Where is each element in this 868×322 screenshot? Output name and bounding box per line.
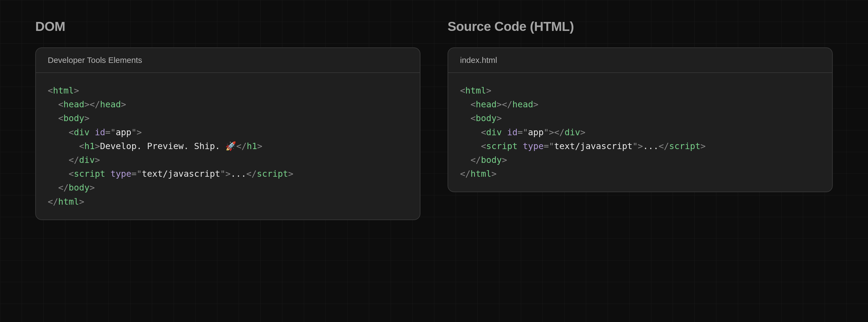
angle-close: > [502,155,507,165]
equals: = [105,127,111,137]
angle-close: > [701,141,706,151]
tag-head: head [476,99,497,109]
tag-div-close: div [79,155,95,165]
angle-open: < [69,169,74,179]
ellipsis: ... [643,141,659,151]
tag-script: script [486,141,518,151]
tag-h1: h1 [84,141,95,151]
angle-close: > [90,183,95,193]
angle-close: > [79,196,84,207]
tag-html-close: html [58,196,79,207]
attr-val-app: app [528,127,544,137]
source-column: Source Code (HTML) index.html <html> <he… [447,19,833,322]
angle-close: > [84,113,90,123]
main-content: DOM Developer Tools Elements <html> <hea… [0,0,868,322]
attr-id: id [507,127,518,137]
angle-open: </ [48,196,58,207]
angle-close: > [288,169,293,179]
angle-close: > [533,99,538,109]
angle-close: > [497,113,502,123]
tag-script-close: script [257,169,288,179]
attr-type: type [111,169,131,179]
angle-open: </ [460,169,471,179]
tag-div: div [74,127,90,137]
tag-html: html [465,85,486,96]
dom-code-block: <html> <head></head> <body> <div id="app… [36,73,420,220]
angle-open: </ [502,99,513,109]
source-code-block: <html> <head></head> <body> <div id="app… [448,73,832,192]
angle-close: > [492,169,497,179]
angle-open: </ [69,155,79,165]
angle-open: < [69,127,74,137]
angle-close: > [486,85,491,96]
angle-open: < [58,99,63,109]
angle-open: < [58,113,63,123]
attr-val-js: text/javascript [554,141,632,151]
tag-html-close: html [471,169,492,179]
attr-type: type [523,141,544,151]
tag-head-close: head [513,99,533,109]
attr-val-app: app [116,127,131,137]
angle-open: </ [246,169,257,179]
tag-body: body [63,113,84,123]
angle-close: > [95,141,100,151]
tag-script: script [74,169,105,179]
quote: " [111,127,116,137]
attr-val-js: text/javascript [142,169,220,179]
quote: " [549,141,554,151]
quote: " [544,127,549,137]
angle-open: </ [471,155,481,165]
angle-open: < [471,113,476,123]
angle-open: </ [554,127,565,137]
angle-open: </ [659,141,669,151]
angle-open: </ [90,99,100,109]
angle-open: < [48,85,53,96]
tag-head-close: head [100,99,121,109]
angle-close: > [257,141,262,151]
angle-open: < [481,141,486,151]
angle-close: > [580,127,585,137]
quote: " [131,127,136,137]
angle-open: < [460,85,465,96]
tag-body: body [476,113,497,123]
equals: = [544,141,549,151]
angle-close: > [84,99,90,109]
angle-close: > [74,85,79,96]
tag-div: div [486,127,502,137]
tag-h1-close: h1 [247,141,257,151]
quote: " [220,169,225,179]
quote: " [137,169,142,179]
ellipsis: ... [230,169,246,179]
angle-open: < [79,141,84,151]
angle-close: > [225,169,230,179]
dom-heading: DOM [35,19,421,34]
angle-close: > [638,141,643,151]
source-panel: index.html <html> <head></head> <body> <… [447,47,833,192]
quote: " [523,127,528,137]
angle-close: > [121,99,126,109]
angle-open: </ [58,183,69,193]
dom-column: DOM Developer Tools Elements <html> <hea… [35,19,421,322]
angle-close: > [137,127,142,137]
tag-body-close: body [69,183,90,193]
h1-text: Develop. Preview. Ship. 🚀 [100,141,236,151]
quote: " [632,141,638,151]
equals: = [131,169,136,179]
angle-close: > [497,99,502,109]
angle-close: > [95,155,100,165]
tag-body-close: body [481,155,502,165]
source-heading: Source Code (HTML) [447,19,833,34]
angle-open: </ [236,141,247,151]
angle-open: < [481,127,486,137]
tag-head: head [63,99,84,109]
dom-panel: Developer Tools Elements <html> <head></… [35,47,421,220]
angle-open: < [471,99,476,109]
source-panel-title: index.html [448,48,832,73]
dom-panel-title: Developer Tools Elements [36,48,420,73]
tag-div-close: div [564,127,580,137]
tag-script-close: script [669,141,701,151]
tag-html: html [53,85,74,96]
angle-close: > [549,127,554,137]
attr-id: id [95,127,105,137]
equals: = [518,127,523,137]
